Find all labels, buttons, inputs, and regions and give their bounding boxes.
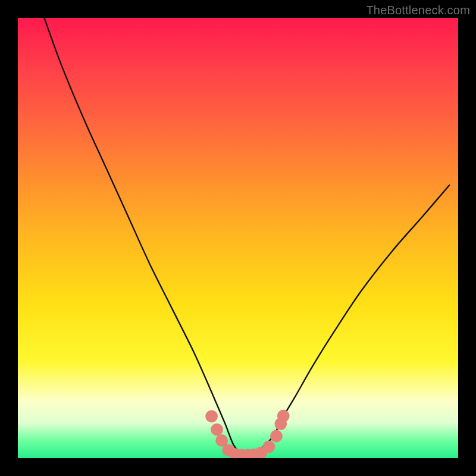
curve-marker [270, 430, 283, 443]
curve-marker [262, 440, 275, 453]
curve-marker [211, 424, 223, 436]
bottleneck-curve [44, 18, 449, 455]
chart-frame: TheBottleneck.com [0, 0, 476, 476]
watermark-text: TheBottleneck.com [366, 4, 470, 17]
curve-marker [277, 410, 290, 422]
curve-markers [205, 410, 289, 458]
plot-area [18, 18, 458, 458]
curve-marker [205, 410, 218, 422]
chart-svg [18, 18, 458, 458]
